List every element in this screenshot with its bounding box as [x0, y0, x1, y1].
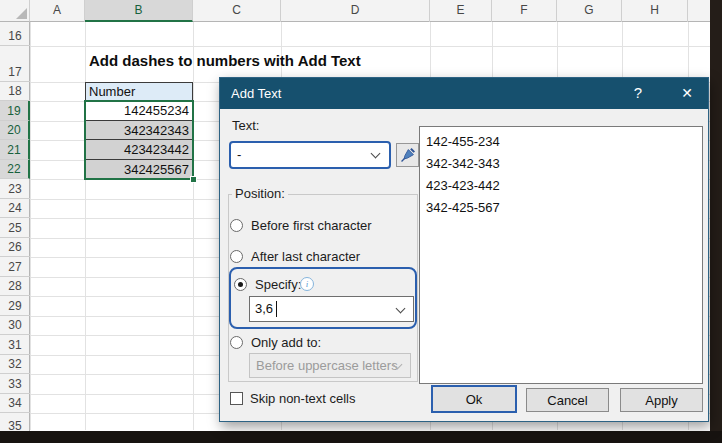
column-header-H[interactable]: H [622, 0, 688, 22]
preview-item: 342-425-567 [426, 197, 696, 219]
checkbox-icon[interactable] [230, 392, 243, 405]
radio-icon[interactable] [230, 219, 243, 232]
dialog-title: Add Text [231, 78, 281, 109]
row-header-19[interactable]: 19 [0, 101, 30, 121]
cell-B21[interactable]: 423423442 [85, 140, 193, 160]
radio-label: Before first character [251, 218, 372, 233]
chevron-down-icon[interactable] [396, 304, 406, 314]
row-header-33[interactable]: 33 [0, 374, 30, 394]
radio-label: Specify: [255, 277, 301, 292]
specify-combobox[interactable]: 3,6 [249, 296, 414, 322]
radio-icon[interactable] [230, 250, 243, 263]
column-header-A[interactable]: A [30, 0, 85, 22]
window-edge-bottom [0, 431, 722, 443]
column-header-F[interactable]: F [492, 0, 557, 22]
row-header-26[interactable]: 26 [0, 238, 30, 257]
fill-handle[interactable] [190, 176, 197, 183]
radio-only-add-to[interactable]: Only add to: [230, 334, 321, 350]
row-header-28[interactable]: 28 [0, 277, 30, 296]
select-all-corner[interactable] [0, 0, 30, 22]
row-header-20[interactable]: 20 [0, 121, 30, 140]
column-header-D[interactable]: D [281, 0, 430, 22]
row-header-24[interactable]: 24 [0, 199, 30, 218]
cell-B20[interactable]: 342342343 [85, 121, 193, 140]
only-add-to-dropdown-disabled: Before uppercase letters [249, 353, 411, 378]
row-header-strip: 1617181920212223242526272829303132333435 [0, 22, 30, 436]
eyedropper-icon [399, 147, 416, 164]
radio-before-first[interactable]: Before first character [230, 217, 372, 233]
specify-combobox-value: 3,6 [255, 297, 273, 321]
excel-window: ABCDEFGH 1617181920212223242526272829303… [0, 0, 722, 443]
skip-non-text-checkbox-row[interactable]: Skip non-text cells [230, 391, 356, 406]
row-header-18[interactable]: 18 [0, 82, 30, 101]
eyedropper-button[interactable] [396, 143, 419, 167]
radio-after-last[interactable]: After last character [230, 248, 360, 264]
row-header-25[interactable]: 25 [0, 218, 30, 238]
row-header-21[interactable]: 21 [0, 140, 30, 160]
column-header-B[interactable]: B [85, 0, 193, 22]
apply-button[interactable]: Apply [620, 388, 703, 412]
cell-B19[interactable]: 142455234 [85, 101, 193, 121]
only-add-to-value: Before uppercase letters [256, 354, 398, 377]
gridline [193, 22, 194, 430]
radio-specify[interactable]: Specify: [234, 276, 301, 292]
dialog-titlebar: Add Text ? ✕ [220, 78, 708, 109]
text-cursor [276, 301, 277, 317]
position-label: Position: [232, 186, 288, 201]
row-header-23[interactable]: 23 [0, 179, 30, 199]
column-header-strip: ABCDEFGH [0, 0, 710, 22]
row-header-22[interactable]: 22 [0, 160, 30, 179]
chevron-down-icon[interactable] [371, 149, 381, 159]
text-label: Text: [232, 118, 259, 133]
info-icon[interactable] [300, 277, 314, 291]
preview-item: 423-423-442 [426, 175, 696, 197]
gridline [30, 22, 31, 430]
row-header-34[interactable]: 34 [0, 394, 30, 413]
window-edge-right [710, 0, 722, 443]
text-combobox-value: - [237, 143, 241, 167]
preview-listbox[interactable]: 142-455-234342-342-343423-423-442342-425… [419, 126, 703, 384]
column-header-G[interactable]: G [557, 0, 622, 22]
row-header-16[interactable]: 16 [0, 22, 30, 46]
text-combobox[interactable]: - [229, 141, 391, 169]
row-header-32[interactable]: 32 [0, 355, 30, 374]
gridline [30, 46, 710, 47]
row-header-27[interactable]: 27 [0, 257, 30, 277]
help-icon[interactable]: ? [626, 78, 650, 109]
sheet-title-text: Add dashes to numbers with Add Text [89, 52, 361, 69]
column-header-C[interactable]: C [193, 0, 281, 22]
radio-label: Only add to: [251, 335, 321, 350]
row-header-30[interactable]: 30 [0, 316, 30, 335]
cell-B18-number-header[interactable]: Number [85, 82, 193, 101]
ok-button[interactable]: Ok [431, 385, 517, 413]
add-text-dialog: Add Text ? ✕ Text: - Position: Before fi… [219, 77, 709, 422]
row-header-17[interactable]: 17 [0, 46, 30, 82]
corner-triangle-icon [16, 8, 27, 19]
radio-selected-icon[interactable] [234, 278, 247, 291]
checkbox-label: Skip non-text cells [250, 391, 356, 406]
cell-B22[interactable]: 342425567 [85, 160, 193, 179]
radio-icon[interactable] [230, 336, 243, 349]
preview-item: 342-342-343 [426, 153, 696, 175]
radio-label: After last character [251, 249, 360, 264]
row-header-31[interactable]: 31 [0, 335, 30, 355]
row-header-29[interactable]: 29 [0, 296, 30, 316]
column-header-E[interactable]: E [430, 0, 492, 22]
close-icon[interactable]: ✕ [672, 78, 702, 109]
preview-item: 142-455-234 [426, 131, 696, 153]
cancel-button[interactable]: Cancel [526, 388, 609, 412]
